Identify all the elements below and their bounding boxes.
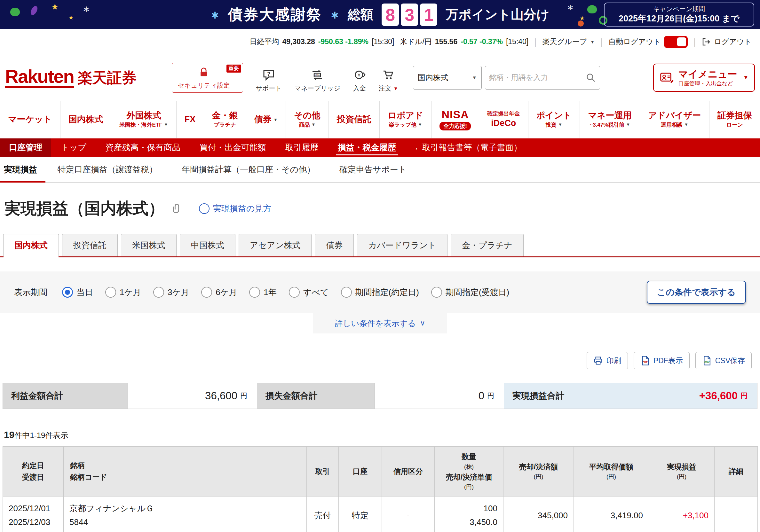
cell-detail (715, 497, 758, 532)
nav-item-other-products[interactable]: その他 商品▼ (286, 101, 329, 138)
tab-label: 実現損益 (4, 164, 37, 175)
nav-item-mutual-funds[interactable]: 投資信託 (329, 101, 380, 138)
campaign-banner[interactable]: ★ ★ ∗ ∗ 債券大感謝祭 ∗ 総額 8 3 1 万ポイント山分け ∗ ★ キ… (0, 0, 760, 29)
apply-filter-button[interactable]: この条件で表示する (647, 281, 746, 304)
tab-us-stock[interactable]: 米国株式 (121, 234, 176, 256)
col-name: 銘柄 銘柄コード (64, 447, 307, 497)
radio-period-today[interactable]: 当日 (62, 287, 93, 298)
nav-item-label: 国内株式 (69, 115, 103, 124)
nav-item-advisor[interactable]: アドバイザー 運用相談▼ (640, 101, 709, 138)
auto-logout-toggle[interactable] (664, 36, 688, 48)
chevron-down-icon: ▼ (626, 122, 630, 127)
display-period-label: 表示期間 (14, 287, 47, 298)
decor-sparkle-icon: ∗ (211, 8, 220, 21)
nav-item-label: アドバイザー (648, 111, 701, 120)
tab-realized-pnl[interactable]: 実現損益 (0, 157, 45, 182)
account-management-home[interactable]: 口座管理 (0, 138, 51, 157)
acct-nav-balance[interactable]: 資産残高・保有商品 (96, 138, 190, 157)
pdf-view-button[interactable]: PDF PDF表示 (634, 352, 689, 369)
logout-button[interactable]: ログアウト (701, 37, 752, 47)
rakuten-group-menu[interactable]: 楽天グループ ▼ (543, 37, 594, 47)
nav-item-label: その他 (294, 111, 320, 120)
cell-avg-cost: 3,419.00 (574, 497, 649, 532)
my-menu-sublabel: 口座管理・入出金など (679, 80, 737, 87)
search-area: 国内株式 ▼ (413, 66, 600, 90)
print-label: 印刷 (606, 356, 621, 366)
tab-annual-pnl[interactable]: 年間損益計算（一般口座・その他） (169, 157, 327, 182)
my-menu-button[interactable]: マイメニュー 口座管理・入出金など ▼ (653, 64, 755, 92)
chevron-down-icon: ▼ (164, 122, 168, 127)
deposit-button[interactable]: ¥ 入金 (353, 68, 366, 93)
amount-digit: 3 (401, 4, 418, 26)
tab-specific-account-pnl[interactable]: 特定口座損益（譲渡益税） (45, 157, 169, 182)
radio-period-1month[interactable]: 1ケ月 (105, 287, 141, 298)
nav-item-foreign-stock[interactable]: 外国株式 米国株・海外ETF▼ (111, 101, 176, 138)
nav-item-fx[interactable]: FX (176, 101, 204, 138)
acct-nav-buying-power[interactable]: 買付・出金可能額 (190, 138, 276, 157)
support-button[interactable]: ? サポート (256, 68, 282, 93)
nav-item-roboadvisor[interactable]: ロボアド 楽ラップ他▼ (380, 101, 432, 138)
search-category-select[interactable]: 国内株式 ▼ (413, 66, 482, 90)
tab-mutual-funds[interactable]: 投資信託 (62, 234, 118, 256)
csv-save-button[interactable]: CSV CSV保存 (695, 352, 752, 369)
nav-item-money-management[interactable]: マネー運用 ~3.47%税引前▼ (580, 101, 640, 138)
nav-item-label: 金・銀 (212, 111, 238, 120)
nav-item-market[interactable]: マーケット (0, 101, 61, 138)
acct-nav-top[interactable]: トップ (51, 138, 96, 157)
nav-item-label: 証券担保 (717, 111, 752, 120)
nav-item-sublabel: 米国株・海外ETF (119, 122, 162, 128)
nav-item-label: ロボアド (388, 111, 423, 120)
tab-bonds[interactable]: 債券 (315, 234, 354, 256)
quantity: 100 (441, 502, 498, 515)
tab-china-stock[interactable]: 中国株式 (180, 234, 235, 256)
radio-period-range-trade-date[interactable]: 期間指定(約定日) (341, 287, 419, 298)
tab-covered-warrant[interactable]: カバードワラント (357, 234, 447, 256)
col-realized-pnl: 実現損益 (円) (649, 447, 715, 497)
radio-dot (105, 287, 116, 298)
table-header-row: 約定日 受渡日 銘柄 銘柄コード 取引 口座 信用区分 数量 (株) 売却/決済… (3, 447, 758, 497)
trade-report-link[interactable]: → 取引報告書等（電子書面） (411, 138, 522, 157)
expand-detailed-conditions-link[interactable]: 詳しい条件を表示する ∨ (313, 313, 447, 333)
cell-quantity: 100 3,450.0 (435, 497, 503, 532)
acct-nav-pnl-tax-history[interactable]: 損益・税金履歴 (328, 138, 405, 157)
col-trade: 取引 (307, 447, 339, 497)
acct-nav-trade-history[interactable]: 取引履歴 (276, 138, 328, 157)
table-row: 2025/12/01 2025/12/03 京都フィナンシャルＧ 5844 売付… (3, 497, 758, 532)
rakuten-logo[interactable]: Rakuten 楽天証券 (5, 67, 137, 88)
order-button[interactable]: 注文 ▼ (379, 68, 398, 93)
radio-period-3months[interactable]: 3ケ月 (153, 287, 189, 298)
pnl-help-link[interactable]: 実現損益の見方 (199, 203, 271, 214)
tab-domestic-stock[interactable]: 国内株式 (3, 234, 59, 256)
nav-item-domestic-stock[interactable]: 国内株式 (61, 101, 111, 138)
nav-item-bonds[interactable]: 債券▼ (246, 101, 286, 138)
moneybridge-button[interactable]: BANK マネーブリッジ (295, 68, 340, 93)
nikkei-time: [15:30] (372, 37, 394, 46)
nav-item-sublabel: iDeCo (491, 118, 516, 128)
tab-asean-stock[interactable]: アセアン株式 (239, 234, 311, 256)
logo-text-jp: 楽天証券 (78, 68, 137, 88)
radio-period-all[interactable]: すべて (289, 287, 329, 298)
print-button[interactable]: 印刷 (587, 352, 628, 369)
radio-period-1year[interactable]: 1年 (249, 287, 276, 298)
tab-tax-filing-support[interactable]: 確定申告サポート (327, 157, 419, 182)
tab-gold-platinum[interactable]: 金・プラチナ (451, 234, 524, 256)
search-box (485, 66, 600, 90)
nav-item-gold-platinum[interactable]: 金・銀 プラチナ (204, 101, 246, 138)
security-settings-button[interactable]: 重要 セキュリティ設定 (172, 63, 243, 93)
nav-item-nisa[interactable]: NISA 全力応援! (432, 101, 479, 138)
nav-item-ideco[interactable]: 確定拠出年金 iDeCo (479, 101, 528, 138)
chevron-down-icon: ▼ (418, 122, 422, 127)
radio-period-6months[interactable]: 6ケ月 (201, 287, 237, 298)
nav-item-label: 債券 (254, 115, 271, 124)
nav-item-sublabel: プラチナ (214, 122, 236, 128)
nav-item-point-investment[interactable]: ポイント 投資▼ (528, 101, 580, 138)
bank-transfer-icon: BANK (310, 68, 325, 82)
nav-item-securities-loan[interactable]: 証券担保 ローン (709, 101, 760, 138)
header-text: 取引 (309, 466, 336, 477)
search-input[interactable] (489, 73, 586, 82)
col-account: 口座 (339, 447, 382, 497)
search-icon[interactable] (586, 72, 596, 83)
search-category-value: 国内株式 (418, 72, 449, 83)
header-text: 約定日 (5, 460, 61, 471)
radio-period-range-settle-date[interactable]: 期間指定(受渡日) (431, 287, 509, 298)
